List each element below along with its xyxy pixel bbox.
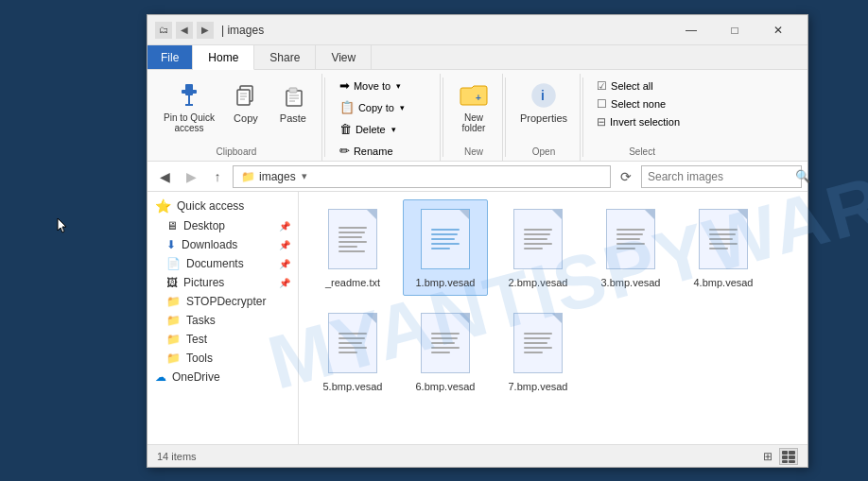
open-label: Open — [532, 143, 555, 159]
back-button[interactable]: ◀ — [153, 165, 176, 188]
sidebar-item-tasks[interactable]: 📁 Tasks — [148, 311, 298, 330]
tab-home[interactable]: Home — [193, 45, 254, 70]
file-name-5: 5.bmp.vesad — [323, 380, 383, 393]
invert-icon: ⊟ — [597, 115, 606, 129]
select-label: Select — [629, 143, 655, 159]
main-area: ⭐ Quick access 🖥 Desktop 📌 ⬇ Downloads 📌… — [148, 192, 807, 444]
copy-button[interactable]: Copy — [223, 76, 269, 129]
properties-button[interactable]: i Properties — [513, 76, 574, 129]
copy-to-label: Copy to — [358, 102, 394, 113]
delete-button[interactable]: 🗑 Delete ▾ — [333, 119, 434, 139]
sidebar-item-stopdecrypter[interactable]: 📁 STOPDecrypter — [148, 292, 298, 311]
file-item-readme[interactable]: _readme.txt — [310, 199, 395, 296]
refresh-button[interactable]: ⟳ — [615, 165, 637, 188]
view-grid-button[interactable]: ⊞ — [758, 448, 777, 465]
copy-to-button[interactable]: 📋 Copy to ▾ — [333, 97, 434, 117]
stopdecrypter-icon: 📁 — [166, 295, 181, 308]
sidebar-item-label-test: Test — [186, 333, 290, 346]
file-icon-4 — [693, 206, 754, 272]
downloads-pin-icon: 📌 — [279, 240, 290, 250]
ribbon-content: Pin to Quickaccess — [148, 70, 807, 161]
file-item-3[interactable]: 3.bmp.vesad — [588, 199, 673, 296]
maximize-button[interactable]: □ — [713, 15, 756, 45]
clipboard-group: Pin to Quickaccess — [151, 74, 322, 161]
file-doc-5 — [328, 313, 377, 373]
pin-icon — [174, 80, 204, 111]
tab-share[interactable]: Share — [254, 45, 316, 69]
sep1 — [324, 77, 325, 157]
sidebar-item-tools[interactable]: 📁 Tools — [148, 349, 298, 368]
sidebar-item-test[interactable]: 📁 Test — [148, 330, 298, 349]
search-icon[interactable]: 🔍 — [795, 165, 810, 188]
minimize-button[interactable]: — — [669, 15, 713, 45]
select-all-icon: ☑ — [597, 79, 607, 93]
onedrive-icon: ☁ — [155, 370, 166, 384]
svg-rect-19 — [782, 455, 788, 459]
file-item-1[interactable]: 1.bmp.vesad — [403, 199, 488, 296]
select-none-button[interactable]: ☐ Select none — [593, 95, 691, 112]
rename-button[interactable]: ✏ Rename — [333, 141, 434, 161]
sidebar-item-label-stopdecrypter: STOPDecrypter — [186, 295, 290, 308]
svg-rect-20 — [789, 455, 795, 459]
file-item-6[interactable]: 6.bmp.vesad — [403, 303, 488, 400]
search-box[interactable]: 🔍 — [641, 165, 802, 188]
file-item-7[interactable]: 7.bmp.vesad — [495, 303, 581, 400]
svg-text:i: i — [541, 88, 545, 103]
sidebar-item-documents[interactable]: 📄 Documents 📌 — [148, 254, 298, 273]
sidebar-item-label-tasks: Tasks — [186, 314, 290, 327]
sidebar-item-label-desktop: Desktop — [183, 219, 273, 232]
file-name-readme: _readme.txt — [325, 276, 380, 289]
sidebar-item-label-documents: Documents — [186, 257, 273, 270]
new-folder-label: Newfolder — [461, 112, 485, 133]
svg-rect-1 — [182, 90, 197, 94]
pin-to-quick-access-button[interactable]: Pin to Quickaccess — [157, 76, 221, 138]
quick-access-icon: ⭐ — [155, 198, 171, 214]
file-icon-readme — [322, 206, 383, 272]
sidebar-item-label-quick-access: Quick access — [177, 199, 290, 213]
sidebar-item-desktop[interactable]: 🖥 Desktop 📌 — [148, 216, 298, 235]
breadcrumb: 📁 images ▾ — [241, 170, 307, 183]
new-folder-icon: + — [459, 80, 489, 111]
sidebar-item-onedrive[interactable]: ☁ OneDrive — [148, 368, 298, 387]
file-name-4: 4.bmp.vesad — [694, 276, 754, 289]
sidebar-item-label-downloads: Downloads — [182, 238, 273, 251]
address-input[interactable]: 📁 images ▾ — [233, 165, 611, 188]
breadcrumb-path: images — [259, 170, 296, 183]
select-none-label: Select none — [611, 98, 666, 110]
sidebar-item-quick-access[interactable]: ⭐ Quick access — [148, 196, 298, 216]
tab-view[interactable]: View — [316, 45, 372, 69]
close-button[interactable]: ✕ — [756, 15, 800, 45]
clipboard-buttons: Pin to Quickaccess — [157, 76, 316, 143]
select-all-button[interactable]: ☑ Select all — [593, 77, 691, 94]
sidebar-item-downloads[interactable]: ⬇ Downloads 📌 — [148, 235, 298, 254]
breadcrumb-arrow: ▾ — [302, 170, 307, 182]
downloads-icon: ⬇ — [166, 238, 176, 251]
view-list-button[interactable] — [779, 448, 798, 465]
file-area[interactable]: _readme.txt — [299, 192, 807, 444]
sep4 — [582, 77, 583, 157]
sidebar-item-pictures[interactable]: 🖼 Pictures 📌 — [148, 273, 298, 292]
new-folder-button[interactable]: + Newfolder — [451, 76, 496, 138]
move-to-button[interactable]: ➡ Move to ▾ — [333, 76, 434, 95]
invert-selection-button[interactable]: ⊟ Invert selection — [593, 113, 691, 130]
file-item-5[interactable]: 5.bmp.vesad — [310, 303, 395, 400]
desktop-icon: 🖥 — [166, 219, 178, 232]
paste-button[interactable]: Paste — [270, 76, 316, 129]
select-all-label: Select all — [611, 80, 653, 92]
forward-icon-title[interactable]: ▶ — [197, 22, 214, 39]
ribbon: File Home Share View — [148, 45, 807, 162]
forward-button[interactable]: ▶ — [180, 165, 202, 188]
search-input[interactable] — [642, 170, 795, 183]
move-to-icon: ➡ — [339, 78, 350, 93]
file-grid: _readme.txt — [310, 199, 796, 401]
tab-file[interactable]: File — [148, 45, 193, 69]
up-button[interactable]: ↑ — [206, 165, 229, 188]
pictures-pin-icon: 📌 — [279, 278, 290, 288]
back-icon-title[interactable]: ◀ — [176, 22, 193, 39]
organize-buttons: ➡ Move to ▾ 📋 Copy to ▾ 🗑 Delete ▾ — [333, 76, 434, 161]
file-name-1: 1.bmp.vesad — [416, 276, 476, 289]
file-item-4[interactable]: 4.bmp.vesad — [681, 199, 766, 296]
file-item-2[interactable]: 2.bmp.vesad — [495, 199, 581, 296]
file-doc-readme — [328, 209, 377, 269]
window-controls: — □ ✕ — [669, 15, 800, 45]
